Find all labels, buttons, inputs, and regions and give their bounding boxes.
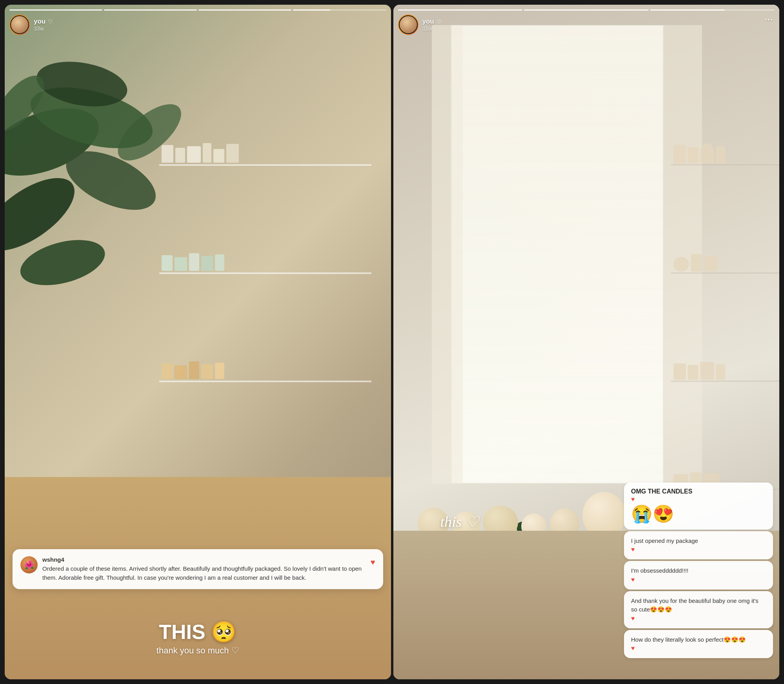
svg-point-0 — [5, 95, 107, 189]
story-1[interactable]: you ♡ 33w 🌺 wshng4 Ordered a couple of t… — [5, 5, 391, 679]
window — [451, 25, 663, 484]
this-italic-text: this ♡ — [440, 513, 479, 530]
story-2-header: you ♡ 31w — [393, 5, 780, 35]
svg-point-6 — [33, 55, 131, 113]
comment-text: Ordered a couple of these items. Arrived… — [42, 564, 366, 582]
avatar-image — [11, 16, 28, 33]
chat-message-1: I just opened my package — [631, 537, 698, 544]
progress-bar-2-3 — [650, 9, 775, 11]
more-options-icon[interactable]: ··· — [765, 15, 773, 25]
avatar[interactable] — [10, 15, 29, 34]
shelf-row-1 — [159, 59, 371, 166]
progress-bars — [9, 9, 386, 11]
avatar-image-2 — [400, 16, 417, 33]
chat-bubble-1: I just opened my package ♥ — [624, 531, 773, 560]
right-shelf-row-4 — [671, 383, 779, 490]
timestamp: 33w — [34, 25, 53, 32]
progress-bar-4 — [293, 9, 386, 11]
chat-message-4: How do they literally look so perfect😍😍😍 — [631, 636, 746, 643]
timestamp-2: 31w — [422, 25, 442, 32]
shelf-row-3 — [159, 275, 371, 382]
story-2[interactable]: you ♡ 31w ··· this ♡ OMG THE CANDLES ♥ 😭… — [393, 5, 780, 679]
chat-bubble-4: How do they literally look so perfect😍😍😍… — [624, 630, 773, 659]
heart-icon-2: ♡ — [437, 18, 442, 25]
username-2: you — [422, 18, 434, 25]
chat-heart-5: ♥ — [631, 645, 766, 652]
chat-bubble-3: And thank you for the beautiful baby one… — [624, 591, 773, 628]
thank-you-text: thank you so much ♡ — [5, 646, 391, 656]
username: you — [34, 18, 45, 25]
svg-point-4 — [15, 232, 110, 293]
chat-title-text: OMG THE CANDLES — [631, 488, 766, 495]
svg-point-1 — [24, 76, 159, 160]
chat-message-2: I'm obsessedddddd!!!! — [631, 567, 688, 574]
username-row-2: you ♡ — [422, 18, 442, 25]
this-text: THIS 🥺 — [5, 620, 391, 644]
left-curtain — [432, 25, 463, 484]
chat-heart-1: ♥ — [631, 496, 766, 503]
user-meta: you ♡ 33w — [34, 18, 53, 32]
story-2-user-info[interactable]: you ♡ 31w — [398, 15, 775, 35]
chat-heart-2: ♥ — [631, 546, 766, 553]
heart-icon: ♡ — [48, 18, 53, 25]
emoji-row: 😭😍 — [631, 504, 766, 524]
stories-container: you ♡ 33w 🌺 wshng4 Ordered a couple of t… — [0, 0, 784, 684]
svg-point-3 — [57, 139, 164, 222]
avatar-ring[interactable] — [9, 15, 30, 35]
avatar-ring-2[interactable] — [398, 15, 418, 35]
chat-heart-3: ♥ — [631, 576, 766, 583]
shelf-row-2 — [159, 167, 371, 274]
story-1-user-info[interactable]: you ♡ 33w — [9, 15, 386, 35]
story-1-header: you ♡ 33w — [5, 5, 391, 35]
chat-heart-4: ♥ — [631, 615, 766, 622]
commenter-avatar: 🌺 — [20, 556, 38, 573]
progress-bar-1 — [9, 9, 102, 11]
chat-bubble-title: OMG THE CANDLES ♥ 😭😍 — [624, 483, 773, 530]
comment-bubble: 🌺 wshng4 Ordered a couple of these items… — [13, 549, 383, 589]
user-meta-2: you ♡ 31w — [422, 18, 442, 32]
chat-overlay: OMG THE CANDLES ♥ 😭😍 I just opened my pa… — [624, 483, 773, 660]
comment-content: wshng4 Ordered a couple of these items. … — [42, 556, 366, 582]
chat-bubble-2: I'm obsessedddddd!!!! ♥ — [624, 561, 773, 590]
progress-bars-2 — [398, 9, 775, 11]
progress-bar-2 — [104, 9, 197, 11]
right-shelf-row-2 — [671, 167, 779, 274]
progress-bar-2-1 — [398, 9, 523, 11]
progress-bar-2-2 — [524, 9, 649, 11]
right-shelf-row-3 — [671, 275, 779, 382]
comment-heart-icon: ♥ — [371, 558, 375, 567]
svg-point-7 — [5, 67, 53, 139]
commenter-name: wshng4 — [42, 556, 366, 563]
progress-bar-3 — [198, 9, 291, 11]
username-row: you ♡ — [34, 18, 53, 25]
right-shelf-row-1 — [671, 59, 779, 165]
story-1-caption: THIS 🥺 thank you so much ♡ — [5, 620, 391, 656]
shelf-row-4 — [159, 383, 371, 490]
svg-point-2 — [5, 164, 86, 265]
avatar-2[interactable] — [399, 15, 418, 34]
chat-message-3: And thank you for the beautiful baby one… — [631, 597, 759, 613]
